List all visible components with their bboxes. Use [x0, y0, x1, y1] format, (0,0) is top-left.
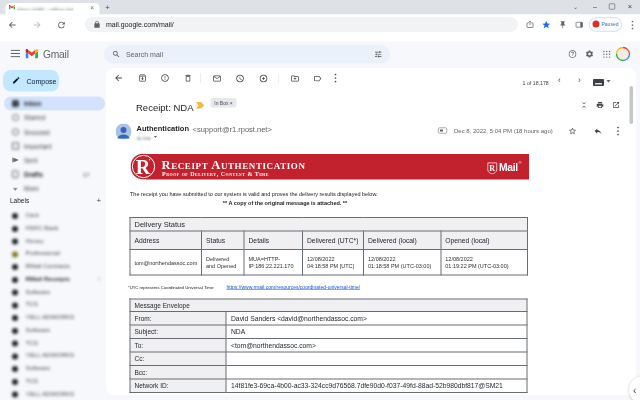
svg-text:R: R — [489, 164, 495, 173]
svg-text:R: R — [136, 156, 151, 178]
